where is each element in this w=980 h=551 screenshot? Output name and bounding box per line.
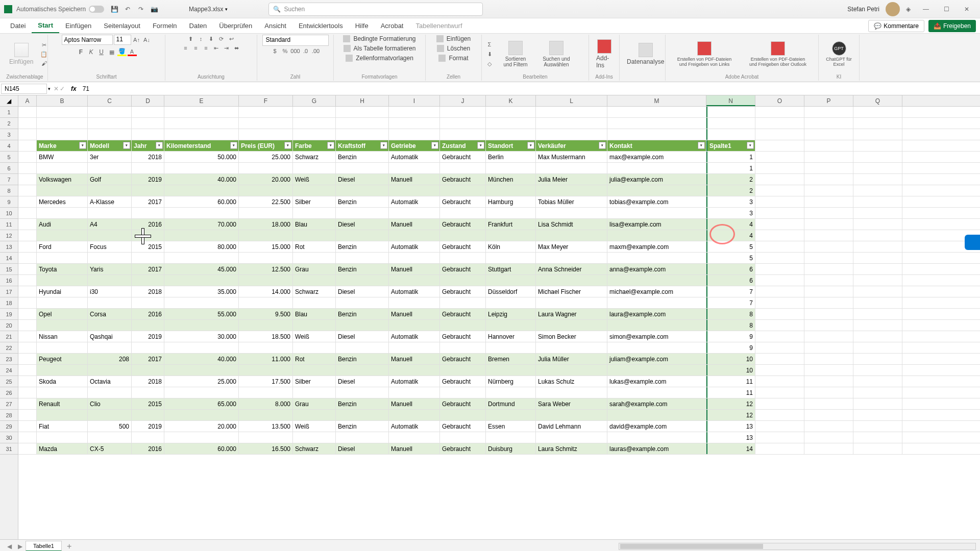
filter-button[interactable]: ▾ (477, 142, 484, 149)
tab-ansicht[interactable]: Ansicht (258, 19, 292, 33)
table-header[interactable]: Getriebe▾ (389, 140, 440, 151)
cell[interactable] (853, 365, 902, 375)
cell[interactable] (132, 320, 164, 331)
italic-button[interactable]: K (87, 48, 96, 56)
cell[interactable]: 14.000 (239, 286, 293, 297)
cell[interactable]: Automatik (389, 241, 440, 252)
paste-button[interactable]: Einfügen (5, 41, 37, 67)
cell[interactable]: 1 (706, 163, 755, 173)
filter-button[interactable]: ▾ (327, 142, 334, 149)
filter-button[interactable]: ▾ (747, 142, 754, 149)
cell[interactable]: Automatik (389, 376, 440, 387)
merge-icon[interactable]: ⬌ (232, 44, 241, 52)
cell[interactable] (804, 443, 853, 454)
cell[interactable] (37, 275, 88, 286)
cell[interactable]: Ford (37, 241, 88, 252)
sheet-tab-1[interactable]: Tabelle1 (26, 541, 62, 551)
undo-icon[interactable]: ↶ (124, 5, 132, 13)
tab-entwickler[interactable]: Entwicklertools (292, 19, 349, 33)
cell[interactable]: Manuell (389, 398, 440, 409)
cell[interactable]: 14 (706, 443, 755, 454)
col-header-F[interactable]: F (239, 95, 293, 106)
row-header-1[interactable]: 1 (0, 107, 18, 118)
cell[interactable] (18, 365, 37, 375)
cell[interactable] (18, 387, 37, 398)
cell[interactable]: 25.000 (239, 152, 293, 162)
cell[interactable] (389, 342, 440, 353)
cell[interactable] (486, 129, 536, 140)
cell[interactable]: Lisa Schmidt (536, 219, 607, 230)
cell[interactable] (607, 107, 706, 117)
decrease-indent-icon[interactable]: ⇤ (212, 44, 221, 52)
cell[interactable]: 3er (88, 152, 132, 162)
col-header-L[interactable]: L (536, 95, 607, 106)
row-header-31[interactable]: 31 (0, 443, 18, 455)
cell[interactable] (389, 410, 440, 420)
col-header-A[interactable]: A (18, 95, 37, 106)
cell[interactable] (804, 208, 853, 218)
cell[interactable]: 18.000 (239, 219, 293, 230)
cell[interactable]: Skoda (37, 376, 88, 387)
side-panel-toggle[interactable] (965, 235, 980, 250)
cell[interactable] (804, 275, 853, 286)
cell[interactable] (853, 432, 902, 443)
cell[interactable] (88, 297, 132, 308)
cell[interactable] (536, 410, 607, 420)
cell[interactable]: 18.500 (239, 331, 293, 342)
cancel-formula-icon[interactable]: ✕ (54, 85, 59, 92)
filter-button[interactable]: ▾ (698, 142, 705, 149)
chatgpt-button[interactable]: GPTChatGPT für Excel (822, 39, 856, 69)
cell[interactable]: A4 (88, 219, 132, 230)
cell[interactable]: 20.000 (239, 174, 293, 185)
cell[interactable] (536, 365, 607, 375)
cell[interactable] (164, 118, 239, 129)
cell[interactable] (755, 275, 804, 286)
row-header-16[interactable]: 16 (0, 275, 18, 286)
cell[interactable]: 2016 (132, 219, 164, 230)
cell[interactable] (389, 118, 440, 129)
currency-icon[interactable]: $ (271, 47, 280, 55)
cell[interactable] (853, 253, 902, 263)
cell[interactable]: Max Mustermann (536, 152, 607, 162)
cell[interactable]: Qashqai (88, 331, 132, 342)
row-header-23[interactable]: 23 (0, 354, 18, 365)
cell[interactable]: 2 (706, 185, 755, 196)
cell[interactable] (132, 387, 164, 398)
filter-button[interactable]: ▾ (123, 142, 130, 149)
cell[interactable] (293, 387, 336, 398)
cell[interactable]: 7 (706, 286, 755, 297)
cell[interactable] (440, 387, 486, 398)
cell[interactable] (389, 253, 440, 263)
horizontal-scrollbar[interactable] (619, 543, 976, 550)
cell[interactable] (239, 275, 293, 286)
cell[interactable] (389, 208, 440, 218)
cell[interactable] (239, 297, 293, 308)
cell[interactable]: Nissan (37, 331, 88, 342)
cell[interactable]: CX-5 (88, 443, 132, 454)
cell[interactable] (293, 107, 336, 117)
cell[interactable] (37, 365, 88, 375)
cell[interactable]: Blau (293, 219, 336, 230)
cell[interactable]: Manuell (389, 443, 440, 454)
table-header[interactable]: Spalte1▾ (706, 140, 755, 151)
cell[interactable] (18, 140, 37, 151)
tab-daten[interactable]: Daten (183, 19, 213, 33)
cell[interactable] (37, 432, 88, 443)
clear-icon[interactable]: ◇ (485, 60, 494, 68)
cell[interactable] (486, 410, 536, 420)
cell[interactable] (804, 331, 853, 342)
cell[interactable]: lauras@example.com (607, 443, 706, 454)
cell[interactable] (755, 309, 804, 319)
cell[interactable] (239, 320, 293, 331)
cell[interactable]: Berlin (486, 152, 536, 162)
increase-indent-icon[interactable]: ⇥ (222, 44, 231, 52)
row-header-12[interactable]: 12 (0, 230, 18, 241)
align-middle-icon[interactable]: ↕ (197, 35, 206, 43)
cell[interactable] (755, 241, 804, 252)
accept-formula-icon[interactable]: ✓ (60, 85, 65, 92)
cell[interactable] (132, 129, 164, 140)
cell[interactable] (706, 107, 755, 117)
filter-button[interactable]: ▾ (380, 142, 387, 149)
cell[interactable]: julia@example.com (607, 174, 706, 185)
cell[interactable] (336, 208, 389, 218)
